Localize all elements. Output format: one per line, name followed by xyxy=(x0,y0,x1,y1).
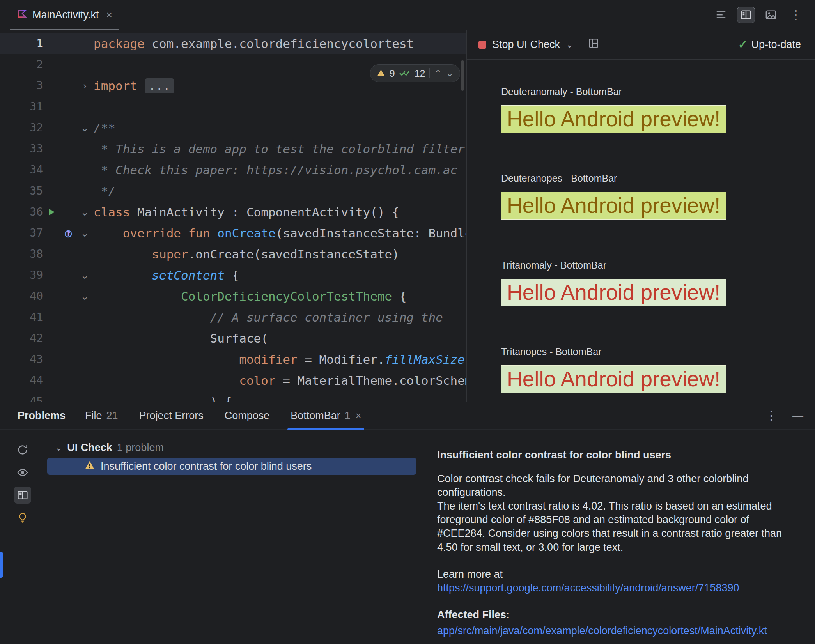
tree-group-label: UI Check xyxy=(67,442,112,454)
code-text: * This is a demo app to test the colorbl… xyxy=(94,138,466,159)
panel-options-icon[interactable]: ⋮ xyxy=(765,408,778,423)
close-tab-icon[interactable]: × xyxy=(106,9,112,21)
code-line[interactable]: 33 * This is a demo app to test the colo… xyxy=(0,138,466,159)
override-gutter-icon[interactable] xyxy=(60,228,76,238)
open-details-icon[interactable] xyxy=(14,487,31,504)
refresh-icon[interactable] xyxy=(14,441,31,458)
tab-count: 1 xyxy=(345,410,351,422)
editor-gutter: 43 xyxy=(0,349,94,370)
problem-description-2: The item's text contrast ratio is 4.02. … xyxy=(437,499,796,554)
learn-more-label: Learn more at xyxy=(437,568,796,581)
close-tab-icon[interactable]: × xyxy=(356,410,361,421)
problems-tab-compose[interactable]: Compose xyxy=(223,402,271,430)
problems-tab-project-errors[interactable]: Project Errors xyxy=(138,402,205,430)
tab-label: Compose xyxy=(225,410,270,422)
code-line[interactable]: 42 Surface( xyxy=(0,328,466,349)
code-text: * Check this paper: https://vision.psych… xyxy=(94,159,466,180)
preview-group: Tritanomaly - BottomBarHello Android pre… xyxy=(501,260,815,306)
tree-group-summary: 1 problem xyxy=(117,442,164,454)
chevron-down-icon[interactable]: ⌄ xyxy=(55,442,62,453)
fold-expanded-icon[interactable]: ⌄ xyxy=(81,202,89,223)
tool-window-title: Problems xyxy=(18,410,66,422)
tab-mainactivity[interactable]: MainActivity.kt × xyxy=(10,0,119,30)
preview-render[interactable]: Hello Android preview! xyxy=(501,365,726,393)
code-line[interactable]: 41 // A surface container using the xyxy=(0,307,466,328)
status-text: Up-to-date xyxy=(751,39,801,51)
split-view-icon[interactable] xyxy=(737,7,755,23)
design-view-icon[interactable] xyxy=(762,7,780,23)
preview-eye-icon[interactable] xyxy=(14,464,31,481)
editor-gutter: 42 xyxy=(0,328,94,349)
code-line[interactable]: 31 xyxy=(0,96,466,117)
affected-file-link[interactable]: app/src/main/java/com/example/colordefic… xyxy=(437,624,796,638)
editor-gutter: 3› xyxy=(0,75,94,96)
fold-expanded-icon[interactable]: ⌄ xyxy=(81,223,89,244)
learn-more-link[interactable]: https://support.google.com/accessibility… xyxy=(437,581,796,595)
stop-ui-check-button[interactable]: Stop UI Check xyxy=(492,39,560,51)
preview-render[interactable]: Hello Android preview! xyxy=(501,105,726,133)
problems-tab-file[interactable]: File21 xyxy=(83,402,120,430)
minimize-panel-icon[interactable]: — xyxy=(792,409,803,422)
tab-count: 21 xyxy=(106,410,118,422)
line-number: 45 xyxy=(0,391,43,402)
code-lines: 1package com.example.colordeficiencycolo… xyxy=(0,30,466,402)
fold-expanded-icon[interactable]: ⌄ xyxy=(81,265,89,286)
chevron-down-icon[interactable]: ⌄ xyxy=(566,39,573,50)
fold-collapsed-icon[interactable]: › xyxy=(83,75,87,96)
editor-tab-bar: MainActivity.kt × ⋮ xyxy=(0,0,815,30)
inspections-widget[interactable]: 9 12 ⌃ ⌄ xyxy=(370,64,460,82)
code-text: */ xyxy=(94,180,466,202)
code-line[interactable]: 45 ) { xyxy=(0,391,466,402)
line-number: 36 xyxy=(0,202,43,223)
warning-count: 9 xyxy=(390,68,395,79)
badge-divider xyxy=(429,68,430,78)
tool-window-stripe-indicator[interactable] xyxy=(0,552,3,578)
quick-fix-bulb-icon[interactable] xyxy=(14,509,31,526)
ui-check-panel: Stop UI Check ⌄ ✓ Up-to-date Deuteranoma… xyxy=(466,30,815,402)
warning-triangle-icon xyxy=(85,460,95,472)
line-number: 35 xyxy=(0,180,43,202)
preview-label: Deuteranomaly - BottomBar xyxy=(501,86,815,97)
code-text: class MainActivity : ComponentActivity()… xyxy=(94,202,466,223)
code-line[interactable]: 40⌄ ColorDeficiencyColorTestTheme { xyxy=(0,286,466,307)
code-line[interactable]: 1package com.example.colordeficiencycolo… xyxy=(0,33,466,54)
code-text: modifier = Modifier.fillMaxSize(), xyxy=(94,349,466,370)
editor-gutter: 45 xyxy=(0,391,94,402)
code-editor[interactable]: 1package com.example.colordeficiencycolo… xyxy=(0,30,466,402)
problems-tab-bottombar[interactable]: BottomBar1× xyxy=(289,402,363,430)
run-gutter-icon[interactable] xyxy=(43,207,60,217)
line-number: 34 xyxy=(0,159,43,180)
code-text: // A surface container using the xyxy=(94,307,466,328)
preview-render[interactable]: Hello Android preview! xyxy=(501,192,726,219)
code-text: /** xyxy=(94,117,466,138)
code-line[interactable]: 37⌄ override fun onCreate(savedInstanceS… xyxy=(0,223,466,244)
code-line[interactable]: 35 */ xyxy=(0,180,466,202)
code-line[interactable]: 36⌄class MainActivity : ComponentActivit… xyxy=(0,202,466,223)
code-line[interactable]: 43 modifier = Modifier.fillMaxSize(), xyxy=(0,349,466,370)
stop-icon[interactable] xyxy=(478,41,486,49)
fold-expanded-icon[interactable]: ⌄ xyxy=(81,286,89,307)
editor-more-options-icon[interactable]: ⋮ xyxy=(787,7,805,23)
editor-gutter: 44 xyxy=(0,370,94,391)
layout-grid-icon[interactable] xyxy=(588,38,599,51)
code-line[interactable]: 39⌄ setContent { xyxy=(0,265,466,286)
prev-highlight-icon[interactable]: ⌃ xyxy=(434,69,441,78)
code-line[interactable]: 38 super.onCreate(savedInstanceState) xyxy=(0,244,466,265)
preview-render[interactable]: Hello Android preview! xyxy=(501,279,726,306)
editor-gutter: 38 xyxy=(0,244,94,265)
fold-expanded-icon[interactable]: ⌄ xyxy=(81,117,89,138)
preview-groups: Deuteranomaly - BottomBarHello Android p… xyxy=(467,60,815,402)
editor-scrollbar[interactable] xyxy=(461,60,464,91)
problem-description-1: Color contrast check fails for Deuterano… xyxy=(437,472,796,499)
code-line[interactable]: 32⌄/** xyxy=(0,117,466,138)
editor-view-toggles: ⋮ xyxy=(712,7,805,23)
code-line[interactable]: 34 * Check this paper: https://vision.ps… xyxy=(0,159,466,180)
status-badge: ✓ Up-to-date xyxy=(738,38,801,51)
next-highlight-icon[interactable]: ⌄ xyxy=(446,69,454,78)
editor-gutter: 37⌄ xyxy=(0,223,94,244)
code-line[interactable]: 44 color = MaterialTheme.colorScheme xyxy=(0,370,466,391)
problem-item-selected[interactable]: Insufficient color contrast for color bl… xyxy=(47,458,416,475)
code-view-icon[interactable] xyxy=(712,7,730,23)
tree-group-ui-check[interactable]: ⌄ UI Check 1 problem xyxy=(45,439,426,456)
problems-tool-window: Problems File21Project ErrorsComposeBott… xyxy=(0,402,815,644)
